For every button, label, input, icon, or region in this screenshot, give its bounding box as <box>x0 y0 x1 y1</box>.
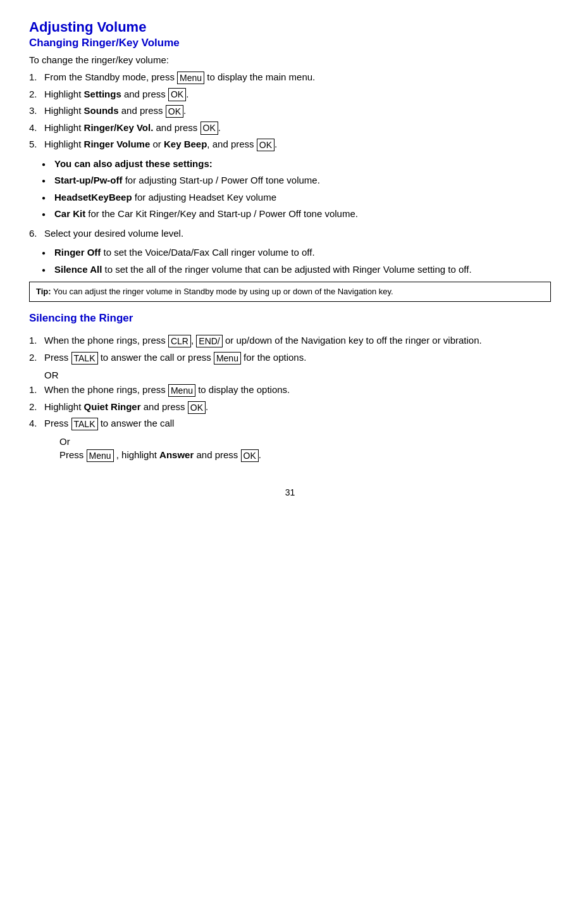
step-1: 1. From the Standby mode, press Menu to … <box>29 70 551 85</box>
step-1-content: From the Standby mode, press Menu to dis… <box>44 70 551 85</box>
sil-step-4-num: 2. <box>29 400 44 415</box>
step-4-bold: Ringer/Key Vol. <box>84 122 154 133</box>
step-6-num: 6. <box>29 227 44 241</box>
bullet-1: You can also adjust these settings: <box>29 157 551 172</box>
key-ok-2: OK <box>168 88 186 101</box>
sil-step-3-content: When the phone rings, press Menu to disp… <box>44 383 551 397</box>
step-3-content: Highlight Sounds and press OK. <box>44 104 551 118</box>
key-talk-2: TALK <box>71 418 98 430</box>
step-3-num: 3. <box>29 104 44 118</box>
key-ok-3: OK <box>166 105 183 118</box>
key-ok-4: OK <box>201 122 218 134</box>
steps-list-2: 6. Select your desired volume level. <box>29 227 551 241</box>
step-5-bold1: Ringer Volume <box>84 139 151 149</box>
sil-step-4: 2. Highlight Quiet Ringer and press OK. <box>29 400 551 415</box>
silencing-steps-1: 1. When the phone rings, press CLR, END/… <box>29 334 551 365</box>
key-end: END/ <box>196 335 222 347</box>
step-2-num: 2. <box>29 87 44 102</box>
key-clr: CLR <box>168 335 191 347</box>
or-label-2: Or <box>29 436 551 447</box>
key-talk-1: TALK <box>71 352 98 365</box>
step-4-content: Highlight Ringer/Key Vol. and press OK. <box>44 121 551 135</box>
key-menu-1: Menu <box>177 72 204 84</box>
sil-step-2-num: 2. <box>29 351 44 365</box>
sil-step-2-content: Press TALK to answer the call or press M… <box>44 351 551 365</box>
step-2-content: Highlight Settings and press OK. <box>44 87 551 102</box>
sil-step-1-num: 1. <box>29 334 44 348</box>
key-menu-2: Menu <box>214 352 241 365</box>
key-menu-4: Menu <box>87 449 114 462</box>
sil-step-2: 2. Press TALK to answer the call or pres… <box>29 351 551 365</box>
sil-step-3: 1. When the phone rings, press Menu to d… <box>29 383 551 397</box>
step-3-bold: Sounds <box>84 105 119 116</box>
intro-text: To change the ringer/key volume: <box>29 54 551 65</box>
bullet-list-2: Ringer Off to set the Voice/Data/Fax Cal… <box>29 246 551 277</box>
key-ok-5: OK <box>257 139 275 151</box>
page-title: Adjusting Volume <box>29 19 551 35</box>
bullet-2-text: Start-up/Pw-off for adjusting Start-up /… <box>54 173 320 188</box>
sil-step-4-bold: Quiet Ringer <box>84 401 141 412</box>
tip-label: Tip: <box>36 287 51 296</box>
sil-step-1: 1. When the phone rings, press CLR, END/… <box>29 334 551 348</box>
key-ok-sil: OK <box>188 401 206 414</box>
bullet-5: Ringer Off to set the Voice/Data/Fax Cal… <box>29 246 551 260</box>
key-menu-3: Menu <box>168 384 195 397</box>
bullet-3-text: HeadsetKeyBeep for adjusting Headset Key… <box>54 190 276 205</box>
step-1-num: 1. <box>29 70 44 85</box>
sil-step-3-num: 1. <box>29 383 44 397</box>
bullet-5-text: Ringer Off to set the Voice/Data/Fax Cal… <box>54 246 315 260</box>
sil-step-5-content: Press TALK to answer the call <box>44 416 551 431</box>
bullet-6: Silence All to set the all of the ringer… <box>29 263 551 277</box>
answer-bold: Answer <box>159 449 194 460</box>
step-6-content: Select your desired volume level. <box>44 227 551 241</box>
silencing-title: Silencing the Ringer <box>29 312 551 325</box>
bullet-3: HeadsetKeyBeep for adjusting Headset Key… <box>29 190 551 205</box>
bullet-4-text: Car Kit for the Car Kit Ringer/Key and S… <box>54 207 358 222</box>
bullet-4: Car Kit for the Car Kit Ringer/Key and S… <box>29 207 551 222</box>
step-3: 3. Highlight Sounds and press OK. <box>29 104 551 118</box>
tip-text: You can adjust the ringer volume in Stan… <box>53 287 393 296</box>
bullet-6-text: Silence All to set the all of the ringer… <box>54 263 472 277</box>
sil-step-5: 4. Press TALK to answer the call <box>29 416 551 431</box>
step-5: 5. Highlight Ringer Volume or Key Beep, … <box>29 137 551 152</box>
or-label-1: OR <box>29 370 551 380</box>
page-number: 31 <box>29 487 551 497</box>
step-4-num: 4. <box>29 121 44 135</box>
silencing-steps-2: 1. When the phone rings, press Menu to d… <box>29 383 551 431</box>
steps-list-1: 1. From the Standby mode, press Menu to … <box>29 70 551 152</box>
bullet-1-text: You can also adjust these settings: <box>54 157 213 172</box>
tip-box: Tip: You can adjust the ringer volume in… <box>29 282 551 302</box>
sil-step-1-content: When the phone rings, press CLR, END/ or… <box>44 334 551 348</box>
sil-step-5-num: 4. <box>29 416 44 431</box>
step-5-bold2: Key Beep <box>164 139 207 149</box>
press-menu-line: Press Menu , highlight Answer and press … <box>29 449 551 462</box>
step-5-num: 5. <box>29 137 44 152</box>
step-4: 4. Highlight Ringer/Key Vol. and press O… <box>29 121 551 135</box>
key-ok-final: OK <box>241 449 259 462</box>
step-5-content: Highlight Ringer Volume or Key Beep, and… <box>44 137 551 152</box>
sil-step-4-content: Highlight Quiet Ringer and press OK. <box>44 400 551 415</box>
bullet-2: Start-up/Pw-off for adjusting Start-up /… <box>29 173 551 188</box>
step-2: 2. Highlight Settings and press OK. <box>29 87 551 102</box>
step-6: 6. Select your desired volume level. <box>29 227 551 241</box>
step-2-bold: Settings <box>84 89 121 99</box>
section-subtitle: Changing Ringer/Key Volume <box>29 37 551 49</box>
bullet-list-1: You can also adjust these settings: Star… <box>29 157 551 222</box>
